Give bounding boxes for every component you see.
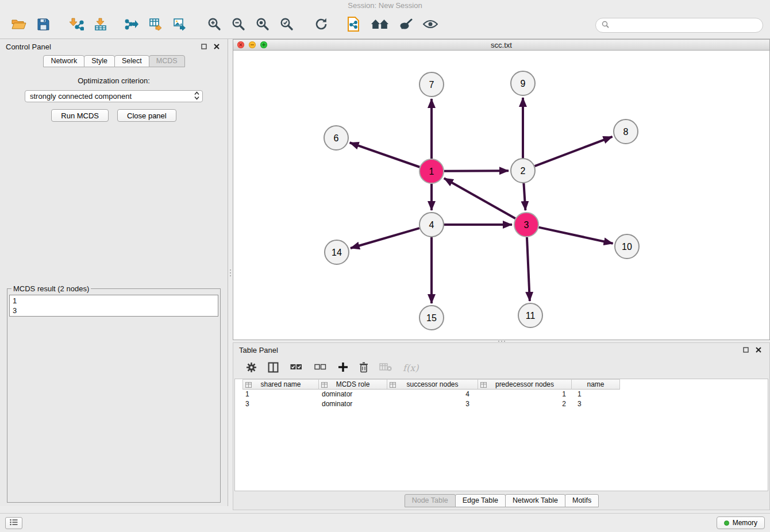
graph-node-label: 11	[526, 311, 536, 321]
close-table-panel-button[interactable]	[753, 346, 764, 355]
network-window-titlebar[interactable]: scc.txt	[233, 40, 769, 51]
table-row[interactable]: 3 dominator 3 2 3	[235, 399, 768, 409]
graph-edge-2-3[interactable]	[523, 183, 525, 210]
column-header-name[interactable]: name	[572, 379, 620, 390]
task-history-button[interactable]	[5, 517, 22, 529]
graph-edge-3-10[interactable]	[538, 228, 613, 244]
column-label: predecessor nodes	[495, 380, 554, 388]
style-button[interactable]	[394, 15, 418, 36]
add-column-button[interactable]	[338, 362, 348, 374]
table-cell[interactable]: dominator	[319, 390, 387, 399]
columns-icon	[268, 362, 279, 375]
column-label: shared name	[260, 380, 301, 388]
main-toolbar	[0, 11, 770, 39]
mcds-result-box[interactable]: 1 3	[9, 295, 218, 317]
zoom-fit-button[interactable]	[251, 15, 275, 36]
mcds-result-line: 3	[13, 306, 215, 315]
close-panel-x-button[interactable]	[211, 42, 222, 51]
zoom-in-icon	[207, 17, 221, 33]
first-neighbors-button[interactable]	[341, 15, 365, 36]
zoom-selected-button[interactable]	[275, 15, 299, 36]
graph-node-label: 15	[426, 313, 437, 323]
optimization-criterion-label: Optimization criterion:	[78, 76, 150, 85]
graph-edge-1-2[interactable]	[444, 171, 509, 171]
export-image-button[interactable]	[168, 15, 192, 36]
table-corner-gutter	[235, 379, 242, 390]
search-box[interactable]	[595, 18, 763, 33]
graph-edge-3-11[interactable]	[527, 237, 530, 301]
table-cell[interactable]: 3	[387, 399, 478, 409]
table-panel-header: Table Panel	[233, 343, 769, 357]
table-row[interactable]: 1 dominator 4 1 1	[235, 390, 768, 399]
memory-button[interactable]: Memory	[717, 516, 765, 529]
control-panel-title: Control Panel	[6, 43, 197, 51]
select-all-icon	[290, 363, 303, 373]
column-header-mcds-role[interactable]: MCDS role	[319, 379, 387, 390]
panel-splitter-vertical[interactable]	[228, 39, 233, 506]
float-table-panel-button[interactable]	[741, 346, 751, 355]
column-header-shared-name[interactable]: shared name	[242, 379, 319, 390]
delete-table-button[interactable]	[379, 363, 392, 373]
table-cell[interactable]: 1	[242, 390, 319, 399]
tab-style[interactable]: Style	[84, 55, 115, 67]
show-hide-button[interactable]	[418, 15, 442, 36]
table-cell[interactable]: 2	[478, 399, 572, 409]
gear-icon	[246, 362, 257, 375]
tab-mcds[interactable]: MCDS	[149, 55, 185, 67]
unselect-all-button[interactable]	[314, 363, 327, 373]
criterion-select-value: strongly connected component	[30, 92, 194, 101]
float-panel-button[interactable]	[199, 42, 209, 51]
graph-edge-3-1[interactable]	[444, 178, 515, 218]
function-builder-button[interactable]: f(x)	[403, 363, 418, 373]
tab-select[interactable]: Select	[114, 55, 149, 67]
network-graph[interactable]: 7968124314101511	[233, 51, 769, 340]
tab-network[interactable]: Network	[43, 55, 84, 67]
table-cell[interactable]: 1	[478, 390, 572, 399]
column-header-predecessor-nodes[interactable]: predecessor nodes	[478, 379, 572, 390]
column-panel-button[interactable]	[268, 362, 279, 375]
table-cell[interactable]: dominator	[319, 399, 387, 409]
import-network-button[interactable]	[64, 15, 88, 36]
save-session-button[interactable]	[31, 15, 55, 36]
zoom-in-button[interactable]	[202, 15, 226, 36]
graph-edge-2-8[interactable]	[535, 137, 613, 166]
table-cell[interactable]: 3	[572, 399, 620, 409]
table-cell[interactable]: 1	[572, 390, 620, 399]
column-header-successor-nodes[interactable]: successor nodes	[387, 379, 478, 390]
row-gutter	[235, 390, 242, 399]
criterion-select[interactable]: strongly connected component	[25, 90, 203, 102]
graph-node-label: 14	[332, 248, 342, 257]
table-cell[interactable]: 3	[242, 399, 319, 409]
window-zoom-button[interactable]	[260, 41, 267, 48]
tab-edge-table[interactable]: Edge Table	[455, 494, 506, 507]
style-brush-icon	[399, 18, 413, 32]
table-toolbar: f(x)	[233, 357, 769, 379]
window-minimize-button[interactable]	[249, 41, 256, 48]
export-network-button[interactable]	[120, 15, 144, 36]
table-cell[interactable]: 4	[387, 390, 478, 399]
window-close-button[interactable]	[237, 41, 244, 48]
graph-node-label: 10	[622, 242, 632, 252]
zoom-out-button[interactable]	[226, 15, 251, 36]
refresh-button[interactable]	[309, 15, 333, 36]
graph-edge-1-6[interactable]	[350, 142, 420, 167]
delete-column-button[interactable]	[359, 362, 368, 375]
column-label: successor nodes	[406, 380, 458, 388]
open-file-button[interactable]	[7, 15, 31, 36]
tab-node-table[interactable]: Node Table	[405, 494, 456, 507]
search-input[interactable]	[613, 21, 757, 29]
select-all-button[interactable]	[290, 363, 303, 373]
tab-motifs[interactable]: Motifs	[565, 494, 599, 507]
import-table-button[interactable]	[88, 15, 113, 36]
tab-network-table[interactable]: Network Table	[505, 494, 565, 507]
select-stepper-icon	[194, 91, 199, 102]
table-panel-tabs: Node Table Edge Table Network Table Moti…	[233, 491, 769, 510]
home-button[interactable]	[365, 15, 394, 36]
close-icon	[214, 43, 220, 51]
graph-node-label: 9	[521, 79, 526, 88]
export-table-button[interactable]	[144, 15, 168, 36]
graph-edge-4-14[interactable]	[351, 228, 419, 248]
run-mcds-button[interactable]: Run MCDS	[51, 109, 109, 122]
table-options-button[interactable]	[246, 362, 257, 375]
close-panel-button[interactable]: Close panel	[117, 109, 176, 122]
